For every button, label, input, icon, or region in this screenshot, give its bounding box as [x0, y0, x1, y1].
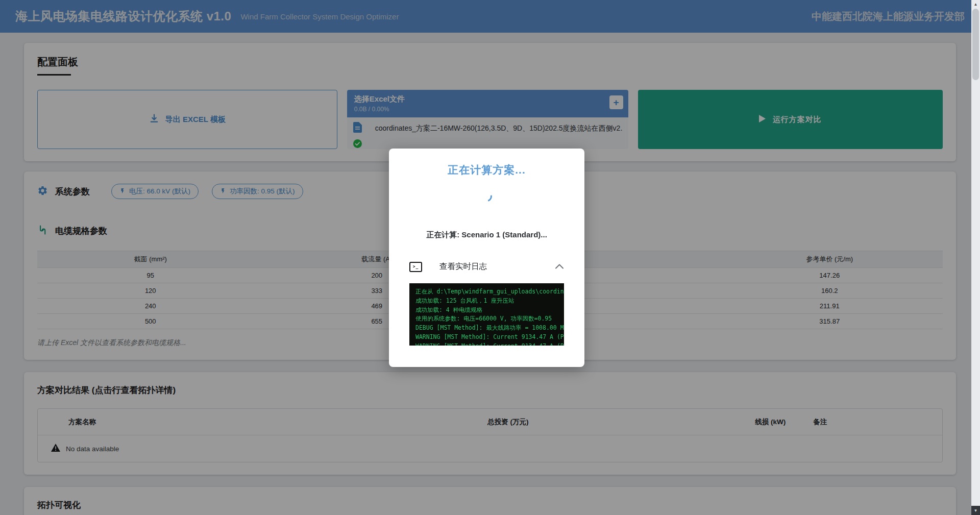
log-terminal[interactable]: 正在从 d:\Temp\windfarm_gui_uploads\coordin…: [409, 283, 564, 346]
loading-spinner: [480, 189, 494, 203]
log-line: 正在从 d:\Temp\windfarm_gui_uploads\coordin: [415, 287, 558, 297]
scrollbar-thumb[interactable]: [972, 9, 979, 80]
log-line: 成功加载: 4 种电缆规格: [415, 306, 558, 315]
log-toggle-row[interactable]: >_ 查看实时日志: [409, 261, 564, 272]
chevron-up-icon[interactable]: [555, 262, 564, 272]
calculation-progress-modal: 正在计算方案... 正在计算: Scenario 1 (Standard)...…: [389, 149, 584, 367]
log-line: 使用的系统参数: 电压=66000 V, 功率因数=0.95: [415, 314, 558, 324]
modal-title: 正在计算方案...: [448, 163, 526, 177]
log-toggle-label: 查看实时日志: [439, 261, 487, 272]
log-line: 成功加载: 125 台风机，1 座升压站: [415, 297, 558, 306]
vertical-scrollbar[interactable]: ▲ ▼: [971, 0, 980, 515]
scroll-down-arrow-icon[interactable]: ▼: [971, 506, 980, 515]
log-line: WARNING [MST Method]: Current 9134.47 A …: [415, 333, 558, 342]
scroll-up-arrow-icon[interactable]: ▲: [971, 0, 980, 9]
log-line: WARNING [MST Method]: Current 9134.47 A …: [415, 342, 558, 346]
log-line: DEBUG [MST Method]: 最大线路功率 = 1008.00 M: [415, 324, 558, 333]
calculation-status-text: 正在计算: Scenario 1 (Standard)...: [426, 230, 547, 240]
terminal-icon: >_: [409, 262, 422, 272]
